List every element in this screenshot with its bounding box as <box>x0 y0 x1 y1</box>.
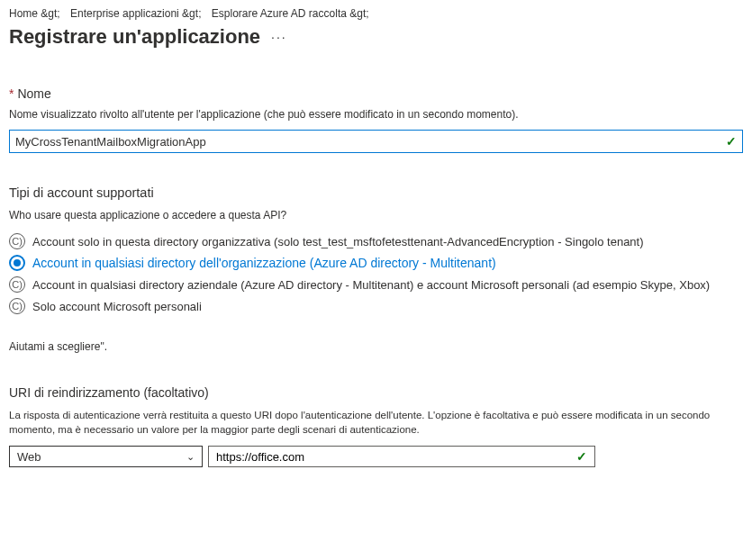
account-types-radio-group: C) Account solo in questa directory orga… <box>9 230 743 317</box>
check-icon: ✓ <box>576 449 587 464</box>
name-desc: Nome visualizzato rivolto all'utente per… <box>9 108 743 121</box>
radio-label: Solo account Microsoft personali <box>32 300 202 313</box>
radio-personal-only[interactable]: C) Solo account Microsoft personali <box>9 295 743 317</box>
name-input[interactable] <box>15 135 726 149</box>
radio-label: Account in qualsiasi directory aziendale… <box>32 278 710 292</box>
help-me-choose-link[interactable]: Aiutami a scegliere". <box>9 340 743 353</box>
radio-multitenant[interactable]: Account in qualsiasi directory dell'orga… <box>9 252 743 274</box>
account-types-heading: Tipi di account supportati <box>9 185 743 200</box>
redirect-uri-heading: URI di reindirizzamento (facoltativo) <box>9 385 743 400</box>
chevron-down-icon: ⌄ <box>186 451 195 463</box>
radio-label: Account in qualsiasi directory dell'orga… <box>32 256 496 270</box>
more-actions-button[interactable]: ··· <box>271 30 287 44</box>
radio-icon: C) <box>9 276 25 293</box>
breadcrumb-item[interactable]: Esplorare Azure AD raccolta &gt; <box>212 7 369 20</box>
breadcrumb-item[interactable]: Home &gt; <box>9 7 60 20</box>
radio-icon: C) <box>9 298 25 314</box>
redirect-uri-desc: La risposta di autenticazione verrà rest… <box>9 409 743 437</box>
radio-single-tenant[interactable]: C) Account solo in questa directory orga… <box>9 230 743 252</box>
redirect-uri-input-wrapper[interactable]: ✓ <box>208 446 595 467</box>
check-icon: ✓ <box>726 134 737 149</box>
page-title: Registrare un'applicazione <box>9 25 260 49</box>
radio-multitenant-personal[interactable]: C) Account in qualsiasi directory aziend… <box>9 274 743 295</box>
account-types-question: Who usare questa applicazione o accedere… <box>9 209 743 221</box>
breadcrumb: Home &gt; Enterprise applicazioni &gt; E… <box>9 7 743 20</box>
radio-icon: C) <box>9 233 25 249</box>
name-input-wrapper[interactable]: ✓ <box>9 130 743 153</box>
redirect-uri-input[interactable] <box>216 450 576 464</box>
radio-label: Account solo in questa directory organiz… <box>32 235 644 248</box>
platform-select-value: Web <box>17 450 41 464</box>
platform-select[interactable]: Web ⌄ <box>9 446 203 467</box>
name-label: *Nome <box>9 86 743 101</box>
radio-icon-selected <box>9 255 25 271</box>
breadcrumb-item[interactable]: Enterprise applicazioni &gt; <box>70 7 201 20</box>
